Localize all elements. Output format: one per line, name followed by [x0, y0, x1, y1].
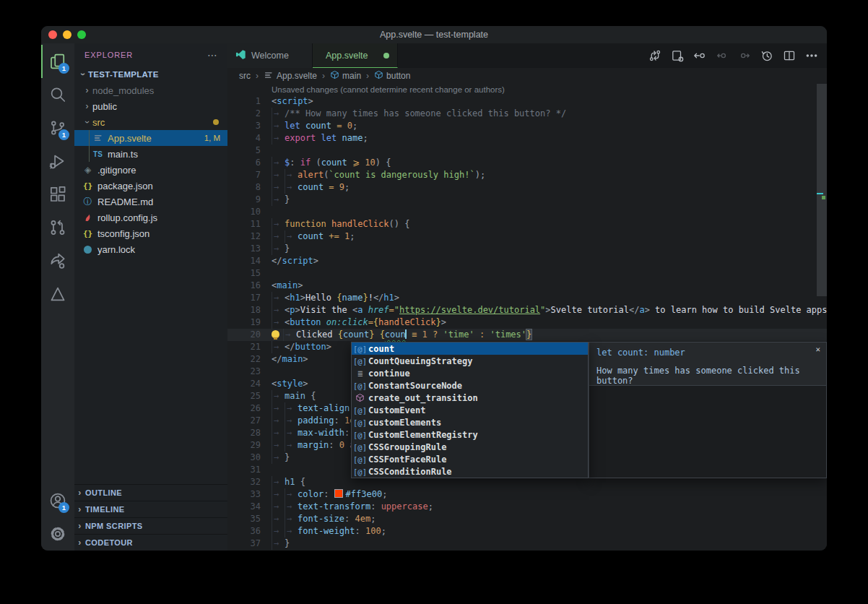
sidebar-section-npm-scripts[interactable]: ›NPM SCRIPTS [74, 517, 227, 534]
activity-accounts-icon[interactable]: 1 [41, 484, 74, 517]
file-row-.gitignore[interactable]: ◈.gitignore [74, 162, 227, 178]
breadcrumb-item-main[interactable]: main [330, 70, 361, 82]
code-line-4[interactable]: 4→export let name; [227, 132, 827, 144]
title-bar[interactable]: App.svelte — test-template [41, 26, 827, 43]
code-line-17[interactable]: 17→<h1>Hello {name}!</h1> [227, 292, 827, 304]
open-preview-icon[interactable] [669, 48, 685, 64]
activity-search-icon[interactable] [41, 78, 74, 111]
tab-app-svelte[interactable]: App.svelte [313, 43, 398, 68]
line-number: 31 [227, 464, 272, 476]
code-line-13[interactable]: 13→} [227, 243, 827, 255]
code-line-15[interactable]: 15 [227, 267, 827, 280]
suggest-item-ConstantSourceNode[interactable]: [@]ConstantSourceNode [352, 379, 588, 392]
file-row-package.json[interactable]: {}package.json [74, 178, 227, 194]
suggest-item-CSSGroupingRule[interactable]: [@]CSSGroupingRule [352, 441, 588, 453]
activity-settings-icon[interactable] [41, 517, 74, 551]
activity-github-pull-requests-icon[interactable] [41, 211, 74, 244]
activity-live-share-icon[interactable] [41, 244, 74, 277]
code-line-34[interactable]: 34→→text-transform: uppercase; [227, 501, 827, 513]
more-actions-icon[interactable] [803, 48, 820, 64]
line-content: →→count += 1; [272, 230, 355, 243]
file-row-yarn.lock[interactable]: yarn.lock [74, 241, 227, 257]
suggest-item-count[interactable]: [@]count [352, 342, 588, 355]
code-line-12[interactable]: 12→→count += 1; [227, 230, 827, 243]
code-line-10[interactable]: 10 [227, 206, 827, 218]
close-icon[interactable]: ✕ [815, 345, 820, 354]
suggest-item-CustomEvent[interactable]: [@]CustomEvent [352, 404, 588, 416]
activity-explorer-icon[interactable]: 1 [41, 45, 74, 78]
dirty-indicator[interactable] [383, 53, 389, 59]
file-row-public[interactable]: ›public [74, 98, 227, 114]
file-row-README.md[interactable]: ⓘREADME.md [74, 194, 227, 210]
activity-extensions-icon[interactable] [41, 178, 74, 211]
code-line-35[interactable]: 35→→font-size: 4em; [227, 513, 827, 525]
minimize-button[interactable] [63, 30, 71, 39]
file-name: yarn.lock [97, 244, 135, 255]
code-line-2[interactable]: 2→/** How many times has someone clicked… [227, 108, 827, 120]
open-changes-icon[interactable] [646, 48, 663, 64]
line-number: 11 [227, 218, 272, 230]
breadcrumb-item-app-svelte[interactable]: App.svelte [264, 70, 317, 82]
code-line-36[interactable]: 36→→font-weight: 100; [227, 525, 827, 538]
activity-run-debug-icon[interactable] [41, 144, 74, 178]
breadcrumb-item-src[interactable]: src [239, 71, 251, 81]
suggest-item-CustomElementRegistry[interactable]: [@]CustomElementRegistry [352, 428, 588, 441]
workspace-root-folder[interactable]: › TEST-TEMPLATE [74, 66, 227, 82]
explorer-more-actions-icon[interactable]: ⋯ [207, 49, 217, 61]
line-number: 37 [227, 538, 272, 550]
line-content: →export let name; [272, 132, 368, 144]
suggest-item-CSSFontFaceRule[interactable]: [@]CSSFontFaceRule [352, 453, 588, 465]
suggest-item-customElements[interactable]: [@]customElements [352, 416, 588, 428]
breadcrumb-item-button[interactable]: button [374, 70, 410, 82]
code-line-11[interactable]: 11→function handleClick() { [227, 218, 827, 230]
suggest-item-CountQueuingStrategy[interactable]: [@]CountQueuingStrategy [352, 355, 588, 367]
tab-welcome[interactable]: Welcome [227, 43, 313, 68]
code-line-3[interactable]: 3→let count = 0; [227, 120, 827, 132]
scrollbar-slider[interactable] [817, 84, 827, 296]
code-line-18[interactable]: 18→<p>Visit the <a href="https://svelte.… [227, 304, 827, 316]
file-row-tsconfig.json[interactable]: {}tsconfig.json [74, 225, 227, 241]
code-editor[interactable]: Unsaved changes (cannot determine recent… [227, 84, 827, 551]
code-line-14[interactable]: 14</script> [227, 255, 827, 267]
previous-change-nav-icon[interactable] [691, 48, 708, 64]
code-line-20[interactable]: 20→Clicked {count} {coun ≡ 1 ? 'time' : … [227, 329, 827, 341]
suggest-item-continue[interactable]: ≣continue [352, 367, 588, 379]
code-line-37[interactable]: 37→} [227, 538, 827, 550]
suggest-label: count [368, 344, 394, 354]
sidebar-section-outline[interactable]: ›OUTLINE [74, 484, 227, 501]
file-name: main.ts [108, 149, 138, 160]
file-history-icon[interactable] [758, 48, 775, 64]
code-line-9[interactable]: 9→} [227, 194, 827, 206]
zoom-button[interactable] [77, 30, 86, 39]
file-row-src[interactable]: ›src [74, 114, 227, 130]
code-line-7[interactable]: 7→→alert(`count is dangerously high!`); [227, 169, 827, 181]
breadcrumb-separator: › [256, 71, 259, 81]
sidebar-section-codetour[interactable]: ›CODETOUR [74, 534, 227, 551]
line-number: 19 [227, 316, 272, 329]
suggest-item-CSSConditionRule[interactable]: [@]CSSConditionRule [352, 465, 588, 478]
file-row-rollup.config.js[interactable]: rollup.config.js [74, 210, 227, 225]
close-button[interactable] [48, 30, 57, 39]
gitlens-annotation: Unsaved changes (cannot determine recent… [227, 84, 827, 95]
code-line-19[interactable]: 19→<button on:click={handleClick}> [227, 316, 827, 329]
activity-azure-icon[interactable] [41, 277, 74, 311]
sidebar-section-timeline[interactable]: ›TIMELINE [74, 501, 227, 517]
suggest-item-create_out_transition[interactable]: create_out_transition [352, 392, 588, 404]
file-row-node_modules[interactable]: ›node_modules [74, 82, 227, 98]
line-content: </main> [272, 353, 308, 366]
code-line-1[interactable]: 1<script> [227, 95, 827, 108]
code-line-33[interactable]: 33→→color: #ff3e00; [227, 488, 827, 501]
code-line-6[interactable]: 6→$: if (count ⩾ 10) { [227, 157, 827, 169]
activity-source-control-icon[interactable]: 1 [41, 111, 74, 144]
lightbulb-icon[interactable] [272, 330, 279, 338]
file-row-main.ts[interactable]: TSmain.ts [74, 146, 227, 162]
editor-scrollbar[interactable] [817, 84, 827, 551]
code-line-16[interactable]: 16<main> [227, 280, 827, 292]
chevron-right-icon: › [82, 85, 92, 95]
split-editor-icon[interactable] [781, 48, 797, 64]
symbol-element-icon [330, 70, 339, 82]
code-line-5[interactable]: 5 [227, 144, 827, 157]
file-row-App.svelte[interactable]: App.svelte1, M [74, 130, 227, 146]
code-line-8[interactable]: 8→→count = 9; [227, 181, 827, 194]
vscode-logo-icon [235, 49, 246, 62]
